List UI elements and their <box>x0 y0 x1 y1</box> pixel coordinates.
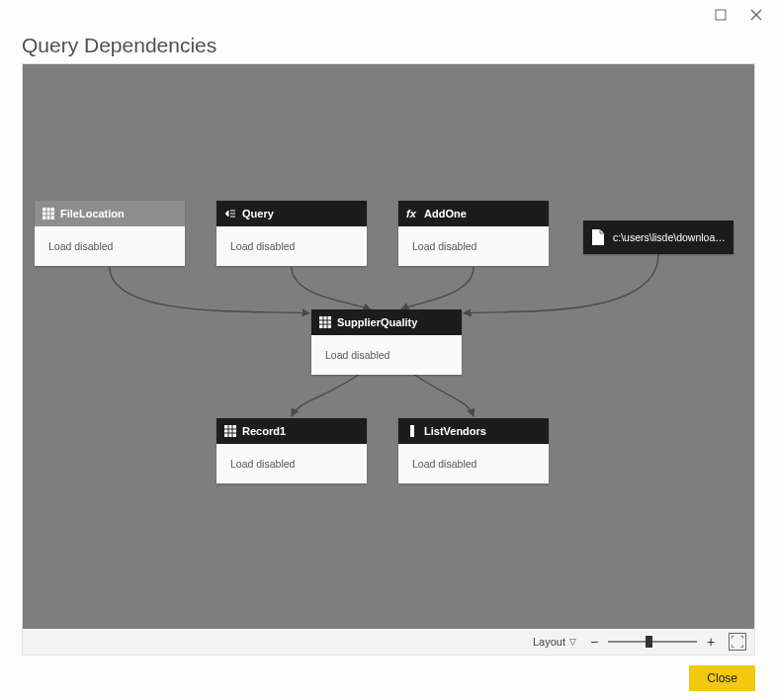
maximize-button[interactable] <box>710 4 732 26</box>
layout-dropdown[interactable]: Layout ▽ <box>533 636 576 648</box>
dependency-canvas[interactable]: FileLocation Load disabled Query Load di… <box>23 64 754 629</box>
layout-label: Layout <box>533 636 565 648</box>
node-title: ListVendors <box>424 425 486 437</box>
dialog-header: Query Dependencies <box>0 34 777 63</box>
zoom-slider-thumb[interactable] <box>646 636 652 648</box>
svg-rect-1 <box>43 208 54 219</box>
record-icon <box>224 425 236 437</box>
function-icon: fx <box>406 208 418 219</box>
node-query[interactable]: Query Load disabled <box>216 201 367 266</box>
close-button[interactable]: Close <box>689 665 755 691</box>
dialog-title: Query Dependencies <box>22 34 755 57</box>
query-icon <box>224 208 236 219</box>
table-icon <box>43 208 54 219</box>
node-title: AddOne <box>424 208 467 219</box>
canvas-frame: FileLocation Load disabled Query Load di… <box>22 63 755 656</box>
node-status: Load disabled <box>398 226 549 266</box>
node-addone[interactable]: fx AddOne Load disabled <box>398 201 549 266</box>
svg-rect-4 <box>224 425 236 437</box>
file-path-label: c:\users\lisde\downloads... <box>613 231 726 243</box>
node-header: Query <box>216 201 367 226</box>
zoom-controls: − + <box>586 634 719 650</box>
list-icon <box>406 425 418 437</box>
node-title: SupplierQuality <box>337 316 417 328</box>
dialog-footer: Close <box>0 656 777 691</box>
node-header: ListVendors <box>398 418 549 444</box>
node-record1[interactable]: Record1 Load disabled <box>216 418 367 483</box>
window-close-button[interactable] <box>745 4 767 26</box>
svg-text:fx: fx <box>406 208 417 219</box>
zoom-in-button[interactable]: + <box>703 634 719 650</box>
node-status: Load disabled <box>311 335 462 375</box>
node-title: Query <box>242 208 274 219</box>
table-icon <box>319 316 331 328</box>
node-title: FileLocation <box>60 208 125 219</box>
svg-rect-5 <box>410 425 414 437</box>
zoom-out-button[interactable]: − <box>586 634 602 650</box>
node-status: Load disabled <box>35 226 185 266</box>
node-supplierquality[interactable]: SupplierQuality Load disabled <box>311 309 462 375</box>
svg-rect-3 <box>319 316 331 328</box>
file-icon <box>591 229 605 245</box>
node-header: Record1 <box>216 418 367 444</box>
node-status: Load disabled <box>398 444 549 483</box>
node-header: SupplierQuality <box>311 309 462 335</box>
fit-icon <box>732 636 743 648</box>
svg-rect-0 <box>716 10 726 20</box>
chevron-down-icon: ▽ <box>569 637 576 647</box>
node-title: Record1 <box>242 425 286 437</box>
node-status: Load disabled <box>216 226 367 266</box>
fit-to-screen-button[interactable] <box>729 633 746 651</box>
node-status: Load disabled <box>216 444 367 483</box>
titlebar <box>0 0 777 34</box>
node-filelocation[interactable]: FileLocation Load disabled <box>35 201 185 266</box>
node-header: FileLocation <box>35 201 185 226</box>
node-listvendors[interactable]: ListVendors Load disabled <box>398 418 549 483</box>
node-file-source[interactable]: c:\users\lisde\downloads... <box>583 220 734 254</box>
dialog-window: Query Dependencies <box>0 0 777 700</box>
node-header: fx AddOne <box>398 201 549 226</box>
zoom-slider[interactable] <box>608 641 697 643</box>
canvas-toolbar: Layout ▽ − + <box>23 629 754 655</box>
